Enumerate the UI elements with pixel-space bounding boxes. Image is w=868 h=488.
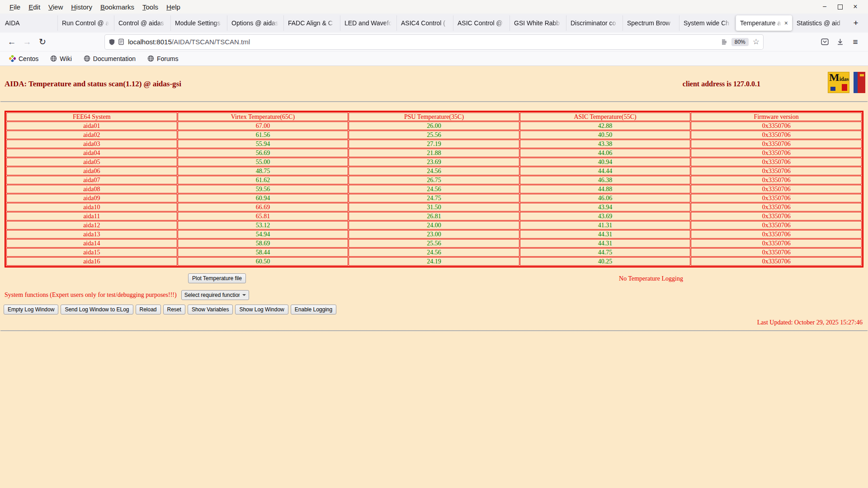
tab-asic4-control[interactable]: ASIC4 Control ( bbox=[396, 15, 453, 31]
firmware-cell: 0x3350706 bbox=[691, 158, 862, 166]
system-functions-row: System functions (Expert users only for … bbox=[5, 290, 868, 300]
virtex-temp-cell: 56.69 bbox=[178, 149, 349, 157]
site-info-icon[interactable] bbox=[118, 38, 124, 45]
firmware-cell: 0x3350706 bbox=[691, 203, 862, 211]
page-content: AIDA: Temperature and status scan(1.12) … bbox=[0, 66, 868, 331]
url-text: localhost:8015/AIDA/TSCAN/TSCAN.tml bbox=[128, 38, 250, 46]
reader-view-icon[interactable] bbox=[721, 39, 727, 45]
virtex-temp-cell: 55.00 bbox=[178, 158, 349, 166]
send-log-window-to-elog-button[interactable]: Send Log Window to ELog bbox=[61, 305, 133, 314]
tab-system-wide-ch[interactable]: System wide Ch bbox=[679, 15, 736, 31]
table-row: aida1354.9423.0044.310x3350706 bbox=[6, 230, 862, 239]
psu-temp-cell: 24.00 bbox=[349, 221, 519, 230]
plot-temperature-file-button[interactable]: Plot Temperature file bbox=[188, 273, 246, 283]
column-header: Firmware version bbox=[691, 113, 862, 121]
tab-close-icon[interactable]: × bbox=[784, 19, 788, 27]
psu-temp-cell: 26.00 bbox=[349, 122, 519, 130]
tab-temperature-a[interactable]: Temperature a× bbox=[736, 15, 792, 31]
close-button[interactable]: × bbox=[850, 1, 861, 12]
enable-logging-button[interactable]: Enable Logging bbox=[291, 305, 336, 314]
table-row: aida1165.8126.8143.690x3350706 bbox=[6, 212, 862, 221]
fee64-name-cell: aida08 bbox=[6, 185, 177, 193]
page-header: AIDA: Temperature and status scan(1.12) … bbox=[0, 66, 868, 101]
tab-label: ASIC Control @ bbox=[458, 19, 505, 27]
virtex-temp-cell: 53.12 bbox=[178, 221, 349, 230]
table-row: aida0456.6921.8844.060x3350706 bbox=[6, 149, 862, 157]
tab-asic-control[interactable]: ASIC Control @ bbox=[453, 15, 509, 31]
firmware-cell: 0x3350706 bbox=[691, 194, 862, 202]
menu-view[interactable]: View bbox=[44, 1, 67, 13]
firmware-cell: 0x3350706 bbox=[691, 230, 862, 239]
menu-history[interactable]: History bbox=[67, 1, 96, 13]
tab-led-and-wavefo[interactable]: LED and Wavefo bbox=[340, 15, 396, 31]
back-button[interactable]: ← bbox=[5, 35, 19, 49]
fee64-name-cell: aida04 bbox=[6, 149, 177, 157]
zoom-level-badge[interactable]: 80% bbox=[731, 38, 749, 46]
menu-tools[interactable]: Tools bbox=[138, 1, 162, 13]
bookmark-star-icon[interactable]: ☆ bbox=[753, 38, 760, 46]
tab-label: FADC Align & C bbox=[288, 19, 336, 27]
tab-label: System wide Ch bbox=[684, 19, 731, 27]
new-tab-button[interactable]: + bbox=[849, 16, 863, 30]
window-controls: − × bbox=[819, 1, 863, 12]
fee64-name-cell: aida16 bbox=[6, 257, 177, 266]
bookmark-documentation[interactable]: Documentation bbox=[80, 53, 139, 64]
action-buttons-row: Empty Log Window Send Log Window to ELog… bbox=[4, 305, 868, 314]
reset-button[interactable]: Reset bbox=[163, 305, 185, 314]
fee64-name-cell: aida03 bbox=[6, 140, 177, 148]
bookmark-wiki[interactable]: Wiki bbox=[47, 53, 75, 64]
minimize-button[interactable]: − bbox=[819, 1, 830, 12]
show-log-window-button[interactable]: Show Log Window bbox=[235, 305, 288, 314]
bookmark-centos[interactable]: Centos bbox=[5, 53, 42, 64]
fee64-name-cell: aida02 bbox=[6, 131, 177, 139]
reload-button[interactable]: Reload bbox=[136, 305, 161, 314]
tracking-shield-icon[interactable] bbox=[108, 38, 115, 46]
tab-run-control-a[interactable]: Run Control @ a bbox=[57, 15, 114, 31]
tab-options-aidas[interactable]: Options @ aidas bbox=[227, 15, 283, 31]
empty-log-window-button[interactable]: Empty Log Window bbox=[4, 305, 58, 314]
virtex-temp-cell: 67.00 bbox=[178, 122, 349, 130]
table-row: aida0960.9424.7546.060x3350706 bbox=[6, 194, 862, 202]
tab-module-settings[interactable]: Module Settings bbox=[170, 15, 227, 31]
fee64-name-cell: aida10 bbox=[6, 203, 177, 211]
tab-label: Run Control @ a bbox=[62, 19, 110, 27]
header-divider bbox=[0, 101, 868, 102]
firmware-cell: 0x3350706 bbox=[691, 257, 862, 266]
menu-file[interactable]: File bbox=[5, 1, 24, 13]
forward-button[interactable]: → bbox=[20, 35, 34, 49]
menu-bar: File Edit View History Bookmarks Tools H… bbox=[0, 0, 868, 14]
url-bar[interactable]: localhost:8015/AIDA/TSCAN/TSCAN.tml 80% … bbox=[105, 35, 763, 49]
logging-status-cell: No Temperature Logging bbox=[434, 274, 868, 282]
tab-statistics-aid[interactable]: Statistics @ aid bbox=[792, 15, 849, 31]
asic-temp-cell: 43.94 bbox=[520, 203, 691, 211]
system-function-select[interactable]: Select required function bbox=[181, 290, 249, 300]
tab-control-aidas[interactable]: Control @ aidas bbox=[114, 15, 170, 31]
tab-gsi-white-rabb[interactable]: GSI White Rabb bbox=[509, 15, 566, 31]
tab-aida[interactable]: AIDA bbox=[1, 15, 57, 31]
virtex-temp-cell: 54.94 bbox=[178, 230, 349, 239]
app-menu-button[interactable]: ≡ bbox=[848, 35, 863, 49]
show-variables-button[interactable]: Show Variables bbox=[188, 305, 233, 314]
tab-spectrum-brow[interactable]: Spectrum Brow bbox=[623, 15, 679, 31]
browser-reload-button[interactable]: ↻ bbox=[35, 35, 50, 49]
psu-temp-cell: 26.81 bbox=[349, 212, 519, 221]
fair-logo-blue-stripe bbox=[854, 72, 858, 93]
downloads-icon[interactable] bbox=[833, 35, 847, 49]
menu-help[interactable]: Help bbox=[162, 1, 184, 13]
table-row: aida1660.5024.1940.250x3350706 bbox=[6, 257, 862, 266]
bookmark-forums[interactable]: Forums bbox=[144, 53, 182, 64]
pocket-icon[interactable] bbox=[817, 35, 832, 49]
psu-temp-cell: 25.56 bbox=[349, 131, 519, 139]
last-updated: Last Updated: October 29, 2025 15:27:46 bbox=[0, 319, 863, 326]
tab-discriminator-co[interactable]: Discriminator co bbox=[566, 15, 623, 31]
url-path: /AIDA/TSCAN/TSCAN.tml bbox=[172, 38, 250, 46]
tab-label: Statistics @ aid bbox=[797, 19, 844, 27]
psu-temp-cell: 24.56 bbox=[349, 185, 519, 193]
maximize-icon bbox=[838, 5, 843, 9]
tab-fadc-align-c[interactable]: FADC Align & C bbox=[283, 15, 340, 31]
firmware-cell: 0x3350706 bbox=[691, 185, 862, 193]
maximize-button[interactable] bbox=[835, 1, 845, 12]
globe-icon bbox=[50, 55, 57, 62]
menu-bookmarks[interactable]: Bookmarks bbox=[96, 1, 138, 13]
menu-edit[interactable]: Edit bbox=[24, 1, 44, 13]
